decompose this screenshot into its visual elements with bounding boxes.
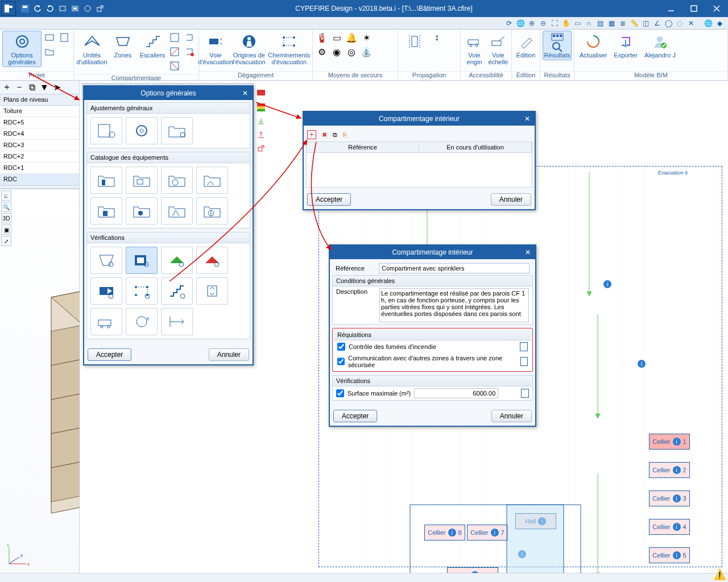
ver-icon[interactable] [196, 247, 228, 274]
origines-button[interactable]: Origines de l'évacuation [231, 31, 267, 67]
expand-icon[interactable]: ⤢ [1, 236, 11, 246]
import-icon[interactable] [256, 116, 266, 126]
level-go-icon[interactable]: ➤ [51, 82, 63, 93]
ver-engine-icon[interactable] [90, 308, 122, 335]
ver-icon[interactable] [90, 247, 122, 274]
export-icon[interactable]: ⎘ [343, 131, 347, 138]
cat-icon[interactable] [126, 197, 158, 225]
zones-button[interactable]: Zones [109, 31, 137, 60]
zoom-out-icon[interactable]: ⊖ [538, 18, 548, 28]
ruler-icon[interactable]: 📏 [629, 18, 639, 28]
adj-gear-icon[interactable] [126, 117, 158, 144]
edition-button[interactable]: Édition [514, 31, 537, 60]
adj-building-icon[interactable] [90, 117, 122, 144]
angle-icon[interactable]: ∠ [652, 18, 662, 28]
options-generales-button[interactable]: Options générales [2, 31, 42, 67]
accept-button[interactable]: Accepter [88, 348, 131, 361]
tools-icon[interactable]: ✕ [686, 18, 696, 28]
about-icon[interactable]: ◆ [714, 18, 725, 28]
external-icon[interactable] [94, 3, 106, 14]
voie-engin-button[interactable]: Voie engin [463, 31, 486, 67]
level-row[interactable]: Toiture [0, 106, 79, 117]
doc-icon[interactable] [521, 389, 529, 398]
external-icon[interactable] [256, 143, 266, 153]
close-icon[interactable]: ✕ [523, 247, 533, 257]
fit-icon[interactable]: ⛶ [549, 18, 560, 28]
compart-icon[interactable] [168, 31, 181, 44]
req1-checkbox[interactable] [337, 343, 345, 351]
cat-icon[interactable] [161, 167, 193, 194]
secours-icon[interactable]: ⛲ [359, 45, 373, 59]
layers-icon[interactable]: ≣ [618, 18, 628, 28]
ver-lift-icon[interactable] [196, 277, 228, 305]
accept-button[interactable]: Accepter [333, 410, 377, 422]
accept-button[interactable]: Accepter [307, 193, 351, 206]
propagation-button[interactable] [400, 31, 429, 52]
actualiser-button[interactable]: Actualiser [577, 31, 610, 60]
refresh-icon[interactable]: ⟳ [504, 18, 514, 28]
close-icon[interactable]: ✕ [522, 114, 532, 124]
level-copy-icon[interactable]: ⧉ [26, 82, 38, 93]
cat-icon[interactable] [196, 167, 228, 194]
warning-icon[interactable]: ⚠️ [713, 568, 726, 581]
level-row[interactable]: RDC [0, 174, 79, 185]
qat-icon[interactable] [69, 3, 81, 14]
level-add-icon[interactable]: ＋ [1, 82, 13, 93]
cancel-button[interactable]: Annuler [491, 410, 532, 422]
desc-textarea[interactable] [379, 288, 529, 322]
resultats-button[interactable]: Résultats [543, 31, 572, 60]
level-del-icon[interactable]: － [14, 82, 25, 93]
user-button[interactable]: Alejandro J [642, 31, 679, 60]
level-row[interactable]: RDC+3 [0, 140, 79, 151]
level-row[interactable]: RDC+2 [0, 151, 79, 163]
help-icon[interactable]: 🌐 [703, 18, 713, 28]
secours-icon[interactable]: ▭ [330, 31, 344, 44]
add-icon[interactable]: + [307, 130, 316, 139]
req2-checkbox[interactable] [337, 357, 345, 365]
minimize-button[interactable] [660, 0, 682, 17]
cat-icon[interactable] [126, 167, 158, 194]
ver-dim-icon[interactable] [161, 308, 193, 335]
cancel-button[interactable]: Annuler [209, 348, 249, 361]
doc-icon[interactable] [520, 342, 528, 351]
cat-icon[interactable] [90, 197, 122, 225]
project-icon[interactable] [43, 31, 56, 44]
voie-echelle-button[interactable]: Voie échelle [487, 31, 510, 67]
dashed-icon[interactable]: ◌ [675, 18, 685, 28]
ver-rotate-icon[interactable] [126, 308, 158, 335]
cat-icon[interactable] [161, 197, 193, 225]
level-row[interactable]: RDC+1 [0, 163, 79, 174]
flag-multi-icon[interactable] [256, 102, 266, 113]
export-icon[interactable] [256, 130, 266, 140]
cat-icon[interactable] [90, 167, 122, 194]
folder-icon[interactable] [43, 45, 56, 59]
ver-path-icon[interactable] [126, 277, 158, 305]
qat-icon[interactable] [57, 3, 68, 14]
sheet-icon[interactable] [57, 31, 71, 44]
ver-compart-icon[interactable] [126, 247, 158, 274]
secours-icon[interactable]: ◉ [330, 45, 344, 59]
copy-icon[interactable]: ⧉ [333, 131, 337, 139]
view-3d[interactable]: ⟀ 🔍 3D ▣ ⤢ xzy [0, 189, 79, 573]
secours-icon[interactable]: 🔔 [345, 31, 358, 44]
adj-folder-icon[interactable] [161, 117, 193, 144]
ver-stair-icon[interactable] [161, 277, 193, 305]
escaliers-button[interactable]: Escaliers [138, 31, 167, 60]
ver1-input[interactable] [414, 388, 498, 398]
ruler-icon[interactable]: ◫ [640, 18, 651, 28]
maximize-button[interactable] [682, 0, 705, 17]
zoom-icon[interactable]: 🔍 [1, 202, 11, 212]
cat-icon[interactable] [196, 197, 228, 225]
compart-icon[interactable] [168, 59, 181, 73]
3d-text-icon[interactable]: 3D [1, 213, 11, 223]
save-icon[interactable] [19, 3, 31, 14]
secours-icon[interactable]: ◎ [345, 45, 358, 59]
compart-icon[interactable] [183, 45, 196, 59]
close-button[interactable] [705, 0, 728, 17]
ver1-checkbox[interactable] [336, 389, 344, 397]
close-icon[interactable]: ✕ [240, 88, 250, 98]
secours-icon[interactable]: ✶ [359, 31, 373, 44]
cheminements-button[interactable]: Cheminements d'évacuation [268, 31, 310, 67]
flag-red-icon[interactable] [256, 89, 266, 99]
ref-input[interactable] [379, 263, 530, 273]
